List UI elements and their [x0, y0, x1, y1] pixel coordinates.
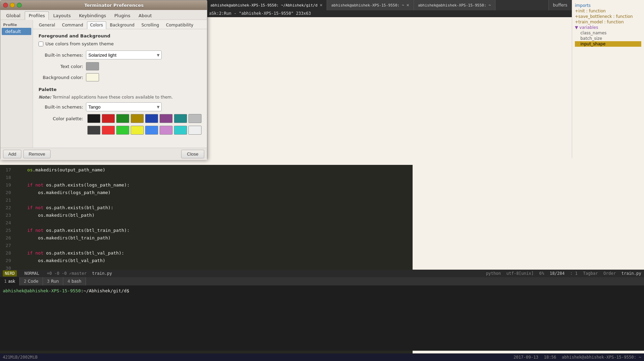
add-button[interactable]: Add — [3, 150, 21, 158]
bottom-tab-2-label: Code — [28, 279, 39, 284]
tagbar-save-bottleneck: +save_bottleneck : function — [575, 14, 641, 19]
code-line-25: 25 if not os.path.exists(btl_train_path)… — [0, 227, 413, 234]
time-label: 18:56 — [544, 355, 556, 360]
tagbar-variables: ▼ variables — [575, 25, 641, 30]
use-system-colors-checkbox[interactable] — [39, 42, 43, 46]
status-flags: +0 -0 -0 ✓master — [47, 271, 87, 276]
close-button[interactable]: Close — [181, 150, 204, 158]
palette-colors-row2 — [39, 126, 201, 135]
host-label: abhishek@abhishek-XPS-15-9550: ~ — [562, 355, 641, 360]
palette-swatch-15[interactable] — [174, 126, 187, 135]
tagbar-train-model: +train_model : function — [575, 19, 641, 25]
bottom-terminal-text: abhishek@abhishek-XPS-15-9550 — [3, 288, 81, 293]
background-color-row: Background color: — [39, 73, 201, 81]
text-color-row: Text color: — [39, 62, 201, 70]
bottom-tab-2[interactable]: 2 Code — [20, 277, 43, 285]
code-line-27: 27 — [0, 242, 413, 249]
tab-plugins[interactable]: Plugins — [110, 11, 134, 20]
sidebar-item-default[interactable]: default — [2, 28, 31, 35]
tagbar-imports: imports — [575, 3, 641, 8]
position-label: 18/284 — [550, 271, 565, 276]
tagbar-batch-size: batch_size — [575, 36, 641, 41]
palette-note: Note: Terminal applications have these c… — [39, 95, 201, 100]
vim-mode: NORMAL — [22, 270, 41, 277]
code-line-17: 17 os.makedirs(output_path_name) — [0, 166, 413, 174]
sidebar-section-profile: Profile — [0, 21, 33, 28]
tab-global[interactable]: Global — [2, 11, 24, 20]
builtin-schemes-select-wrapper: Solarized light Solarized dark Tango Lin… — [86, 50, 162, 59]
profile-tab-scrolling[interactable]: Scrolling — [138, 21, 162, 29]
terminal-tab-2[interactable]: abhishek@abhishek-XPS-15-9550: ~ ✕ — [327, 0, 414, 10]
terminal-tab-3-label: abhishek@abhishek-XPS-15-9550: ~ — [418, 3, 491, 8]
col-label: : 1 — [570, 271, 578, 276]
close-window-button[interactable] — [3, 3, 8, 8]
builtin-schemes-select[interactable]: Solarized light Solarized dark Tango Lin… — [86, 50, 162, 59]
encoding-label: utf-8[unix] — [506, 271, 534, 276]
code-line-22: 22 if not os.path.exists(btl_path): — [0, 204, 413, 212]
profile-tab-general[interactable]: General — [36, 21, 58, 29]
palette-note-em: Note: — [39, 95, 51, 100]
bottom-statusbar: 421MiB/2002MiB 2017-09-13 18:56 abhishek… — [0, 353, 644, 361]
palette-swatch-9[interactable] — [87, 126, 100, 135]
terminal-tab-3[interactable]: abhishek@abhishek-XPS-15-9550: ~ — [414, 0, 495, 10]
color-palette-label: Color palette: — [39, 116, 83, 121]
tab-about[interactable]: About — [135, 11, 155, 20]
filename: train.py — [92, 271, 112, 276]
terminal-tab-1[interactable]: abhishek@abhishek-XPS-15-9550: ~/Abhishe… — [206, 0, 327, 10]
palette-builtin-label: Built-in schemes: — [39, 104, 83, 110]
tagbar-class-names: class_names — [575, 30, 641, 36]
bottom-tab-4[interactable]: 4 bash — [63, 277, 86, 285]
palette-swatch-5[interactable] — [145, 114, 158, 123]
palette-builtin-select[interactable]: Tango Linux console XTerm rxvt Custom — [86, 102, 162, 111]
profile-tab-background[interactable]: Background — [107, 21, 138, 29]
palette-swatch-7[interactable] — [174, 114, 187, 123]
palette-swatch-10[interactable] — [102, 126, 115, 135]
palette-swatch-11[interactable] — [116, 126, 129, 135]
maximize-window-button[interactable] — [17, 3, 22, 8]
preferences-dialog: Terminator Preferences Global Profiles L… — [0, 0, 207, 160]
palette-swatch-4[interactable] — [131, 114, 144, 123]
run-bar-text: aSk:2:Run - "abhishek-XPS-15-9550" 233x6… — [209, 11, 311, 16]
tagbar: imports +init : function +save_bottlenec… — [572, 0, 644, 158]
text-color-swatch[interactable] — [86, 62, 99, 70]
profile-tab-colors[interactable]: Colors — [87, 21, 106, 29]
profile-tab-compatibility[interactable]: Compatibility — [163, 21, 197, 29]
bottom-tab-3-label: Run — [51, 279, 59, 284]
palette-builtin-row: Built-in schemes: Tango Linux console XT… — [39, 102, 201, 111]
tab-layouts[interactable]: Layouts — [50, 11, 75, 20]
percent-label: 6% — [539, 271, 544, 276]
nerd-label: NERD — [3, 270, 17, 277]
palette-swatch-1[interactable] — [87, 114, 100, 123]
python-label: python — [486, 271, 501, 276]
palette-swatch-6[interactable] — [160, 114, 173, 123]
terminal-tab-1-label: abhishek@abhishek-XPS-15-9550: ~/Abhishe… — [210, 3, 317, 8]
run-bar: aSk:2:Run - "abhishek-XPS-15-9550" 233x6… — [206, 10, 572, 17]
code-line-29: 29 os.makedirs(btl_val_path) — [0, 257, 413, 264]
terminal-close-2[interactable]: ✕ — [406, 3, 409, 8]
palette-swatch-16[interactable] — [188, 126, 201, 135]
tab-profiles[interactable]: Profiles — [25, 11, 48, 20]
background-color-swatch[interactable] — [86, 73, 99, 81]
profile-tab-command[interactable]: Command — [59, 21, 86, 29]
palette-section-title: Palette — [39, 87, 201, 92]
palette-swatch-14[interactable] — [160, 126, 173, 135]
palette-swatch-12[interactable] — [131, 126, 144, 135]
profiles-sidebar: Profile default — [0, 20, 33, 148]
palette-swatch-2[interactable] — [102, 114, 115, 123]
bottom-tab-3[interactable]: 3 Run — [43, 277, 64, 285]
code-line-19: 19 if not os.path.exists(logs_path_name)… — [0, 181, 413, 189]
palette-swatch-8[interactable] — [188, 114, 201, 123]
palette-swatch-3[interactable] — [116, 114, 129, 123]
code-line-23: 23 os.makedirs(btl_path) — [0, 212, 413, 219]
palette-swatch-13[interactable] — [145, 126, 158, 135]
bottom-terminal: abhishek@abhishek-XPS-15-9550:~/Abhishek… — [0, 285, 644, 351]
order-status: Order — [603, 271, 616, 276]
bottom-tab-1[interactable]: 1 ask — [0, 277, 20, 285]
dialog-main-area: Profile default General Command Colors B… — [0, 20, 207, 148]
remove-button[interactable]: Remove — [23, 150, 50, 158]
tab-keybindings[interactable]: Keybindings — [75, 11, 110, 20]
minimize-window-button[interactable] — [10, 3, 15, 8]
code-line-28: 28 if not os.path.exists(btl_val_path): — [0, 249, 413, 257]
file-status: train.py — [621, 271, 641, 276]
terminal-close-1[interactable]: ✕ — [319, 3, 323, 8]
